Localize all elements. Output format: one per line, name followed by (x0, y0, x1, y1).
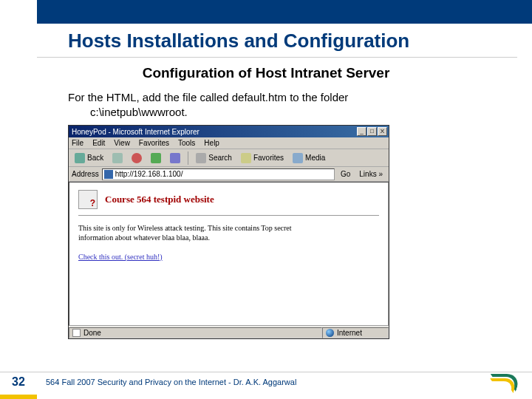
page-paragraph: This site is only for Wireless attack te… (78, 223, 315, 242)
go-button[interactable]: Go (338, 170, 353, 178)
favorites-button[interactable]: Favorites (238, 152, 287, 164)
favorites-label: Favorites (253, 154, 284, 162)
ie-statusbar: Done Internet (69, 326, 389, 338)
back-icon (75, 153, 85, 163)
menu-edit[interactable]: Edit (92, 139, 105, 147)
footer-text: 564 Fall 2007 Security and Privacy on th… (37, 378, 296, 386)
page-icon (104, 170, 113, 179)
status-done-text: Done (83, 329, 101, 337)
slide-title: Hosts Installations and Configuration (0, 24, 532, 57)
ie-titlebar[interactable]: HoneyPod - Microsoft Internet Explorer _… (69, 126, 389, 137)
menu-tools[interactable]: Tools (178, 139, 195, 147)
home-button[interactable] (167, 152, 183, 164)
home-icon (170, 153, 180, 163)
forward-button[interactable] (109, 152, 126, 164)
stop-button[interactable] (129, 152, 145, 164)
question-page-icon (78, 190, 98, 209)
search-button[interactable]: Search (193, 152, 235, 164)
done-icon (72, 329, 81, 337)
status-zone: Internet (322, 327, 389, 338)
header-accent-bar (37, 0, 532, 24)
window-title: HoneyPod - Microsoft Internet Explorer (70, 128, 356, 136)
globe-icon (326, 329, 334, 337)
status-left: Done (69, 327, 322, 338)
address-input[interactable]: http://192.168.1.100/ (102, 168, 335, 180)
back-button[interactable]: Back (72, 152, 106, 164)
ie-content-area: Course 564 testpid website This site is … (69, 182, 389, 326)
media-button[interactable]: Media (290, 152, 328, 164)
ie-menubar: File Edit View Favorites Tools Help (69, 137, 389, 149)
ie-window: HoneyPod - Microsoft Internet Explorer _… (68, 125, 389, 339)
toolbar-separator (188, 151, 188, 165)
search-icon (196, 153, 206, 163)
ie-address-bar: Address http://192.168.1.100/ Go Links » (69, 167, 389, 182)
slide-footer: 32 564 Fall 2007 Security and Privacy on… (0, 372, 532, 390)
maximize-button[interactable]: □ (367, 127, 377, 136)
page-number: 32 (0, 375, 37, 389)
address-url: http://192.168.1.100/ (115, 170, 183, 178)
search-label: Search (208, 154, 232, 162)
slide-body: For the HTML, add the file called defaul… (0, 90, 532, 119)
ie-toolbar: Back Search Favorites Media (69, 149, 389, 167)
media-label: Media (305, 154, 325, 162)
body-line-2: c:\inetpub\wwwroot. (68, 105, 488, 120)
slide-subtitle: Configuration of Host Intranet Server (0, 58, 532, 90)
menu-view[interactable]: View (114, 139, 130, 147)
forward-icon (112, 153, 123, 163)
page-heading: Course 564 testpid website (105, 194, 214, 205)
media-icon (293, 153, 303, 163)
page-divider (78, 215, 379, 216)
logo-icon (486, 374, 519, 390)
footer-accent (0, 395, 37, 399)
refresh-icon (151, 153, 161, 163)
page-header: Course 564 testpid website (78, 190, 379, 209)
refresh-button[interactable] (148, 152, 164, 164)
stop-icon (132, 153, 142, 163)
menu-file[interactable]: File (72, 139, 83, 147)
minimize-button[interactable]: _ (357, 127, 366, 136)
back-label: Back (87, 154, 103, 162)
address-label: Address (72, 170, 99, 178)
status-zone-text: Internet (337, 329, 362, 337)
menu-help[interactable]: Help (204, 139, 219, 147)
close-button[interactable]: X (378, 127, 387, 136)
links-button[interactable]: Links » (356, 170, 386, 178)
menu-favorites[interactable]: Favorites (139, 139, 169, 147)
favorites-icon (241, 153, 251, 163)
page-link[interactable]: Check this out. (secret huh!) (78, 253, 163, 261)
body-line-1: For the HTML, add the file called defaul… (68, 90, 488, 105)
